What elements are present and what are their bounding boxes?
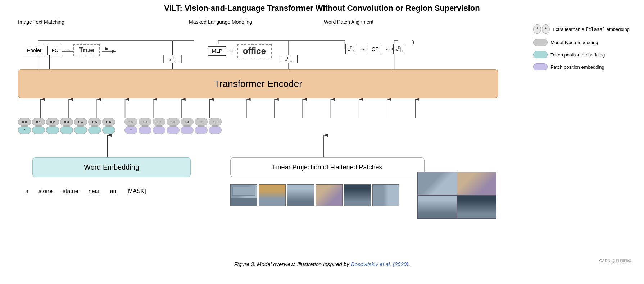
caption-period: . xyxy=(408,261,410,267)
svg-rect-4 xyxy=(164,55,181,63)
word-near: near xyxy=(89,188,100,194)
fc-box: FC xyxy=(47,46,62,55)
legend-modal: Modal-type embedding xyxy=(533,39,630,46)
diagram-area: zD|t zD|v xyxy=(7,17,637,269)
token-row: 0 0 * 0 1 0 2 0 3 0 4 xyxy=(18,118,222,134)
token-02-teal xyxy=(46,126,59,134)
pooler-box: Pooler xyxy=(23,46,45,55)
token-06-teal xyxy=(102,126,115,134)
legend-class-label: Extra learnable [class] embedding xyxy=(553,27,630,32)
token-02-gray: 0 2 xyxy=(46,118,59,126)
mlm-arrow: → xyxy=(228,47,235,55)
token-14-purple xyxy=(181,126,194,134)
legend-token-label: Token position embedding xyxy=(550,52,605,58)
legend-patch-label: Patch position embedding xyxy=(550,64,604,70)
watermark: CSDN @猴猴猴猪 xyxy=(599,258,631,264)
token-11-gray: 1 1 xyxy=(139,118,151,126)
token-00-teal: * xyxy=(18,126,31,134)
svg-text:zD|v: zD|v xyxy=(285,56,292,63)
patch-2 xyxy=(259,184,286,206)
token-05-gray: 0 5 xyxy=(88,118,101,126)
itm-label: Image Text Matching xyxy=(18,19,64,25)
token-13-purple xyxy=(167,126,180,134)
legend-star-right: * xyxy=(542,24,550,34)
legend-patch-shape xyxy=(533,63,548,70)
token-00-gray: 0 0 xyxy=(18,118,31,126)
token-01-teal xyxy=(32,126,45,134)
legend-modal-label: Modal-type embedding xyxy=(550,40,598,45)
mlm-label: Masked Language Modeling xyxy=(189,19,252,25)
token-03-gray: 0 3 xyxy=(60,118,73,126)
main-title: ViLT: Vision-and-Language Transformer Wi… xyxy=(7,4,637,13)
word-stone: stone xyxy=(38,188,53,194)
mlp-box: MLP xyxy=(208,46,226,56)
svg-rect-14 xyxy=(280,55,298,63)
ot-box: OT xyxy=(368,45,382,54)
words-row: a stone statue near an [MASK] xyxy=(25,188,146,194)
token-04-gray: 0 4 xyxy=(74,118,87,126)
legend-token-shape xyxy=(533,51,548,58)
patches-row xyxy=(230,184,399,206)
caption-link[interactable]: Dosovitskiy et al. (2020) xyxy=(351,261,408,267)
word-embedding-box: Word Embedding xyxy=(32,157,191,177)
legend-token: Token position embedding xyxy=(533,51,630,58)
token-13-gray: 1 3 xyxy=(167,118,180,126)
page-container: ViLT: Vision-and-Language Transformer Wi… xyxy=(0,0,644,284)
legend-modal-shape xyxy=(533,39,548,46)
token-14-gray: 1 4 xyxy=(181,118,194,126)
token-12-purple xyxy=(153,126,165,134)
itm-output: True xyxy=(73,44,100,56)
patch-3 xyxy=(287,184,314,206)
token-01-gray: 0 1 xyxy=(32,118,45,126)
word-an: an xyxy=(110,188,117,194)
figure-caption: Figure 3. Model overview. Illustration i… xyxy=(7,261,637,267)
legend-class-shape: * * xyxy=(533,24,550,34)
legend-class: * * Extra learnable [class] embedding xyxy=(533,24,630,34)
linear-projection-box: Linear Projection of Flattened Patches xyxy=(230,157,425,177)
wpa-label: Word Patch Alignment xyxy=(324,19,373,25)
patch-5 xyxy=(344,184,371,206)
wpa-z-left: zD|t xyxy=(345,44,357,54)
word-mask: [MASK] xyxy=(126,188,146,194)
token-06-gray: 0 6 xyxy=(102,118,115,126)
patch-6 xyxy=(372,184,399,206)
wpa-arrow-left: → xyxy=(359,45,366,53)
token-15-purple xyxy=(195,126,208,134)
mlm-output: office xyxy=(237,44,272,58)
itm-arrow: → xyxy=(64,46,71,54)
wpa-z-right: zD|v xyxy=(393,44,405,54)
caption-text: Figure 3. Model overview. Illustration i… xyxy=(234,261,351,267)
token-04-teal xyxy=(74,126,87,134)
wpa-arrow-right: ← xyxy=(385,45,391,53)
legend: * * Extra learnable [class] embedding Mo… xyxy=(533,24,630,70)
word-statue: statue xyxy=(63,188,78,194)
word-a: a xyxy=(25,188,28,194)
large-image xyxy=(417,172,496,219)
patch-1 xyxy=(230,184,257,206)
token-03-teal xyxy=(60,126,73,134)
token-16-purple xyxy=(209,126,222,134)
legend-star-left: * xyxy=(533,24,541,34)
token-12-gray: 1 2 xyxy=(153,118,165,126)
token-05-teal xyxy=(88,126,101,134)
token-11-purple xyxy=(139,126,151,134)
token-16-gray: 1 6 xyxy=(209,118,222,126)
transformer-encoder: Transformer Encoder xyxy=(18,69,498,98)
token-10-purple: * xyxy=(124,126,137,134)
svg-text:zD|t: zD|t xyxy=(169,56,176,63)
patch-4 xyxy=(316,184,343,206)
legend-patch: Patch position embedding xyxy=(533,63,630,70)
token-15-gray: 1 5 xyxy=(195,118,208,126)
token-10-gray: 1 0 xyxy=(124,118,137,126)
